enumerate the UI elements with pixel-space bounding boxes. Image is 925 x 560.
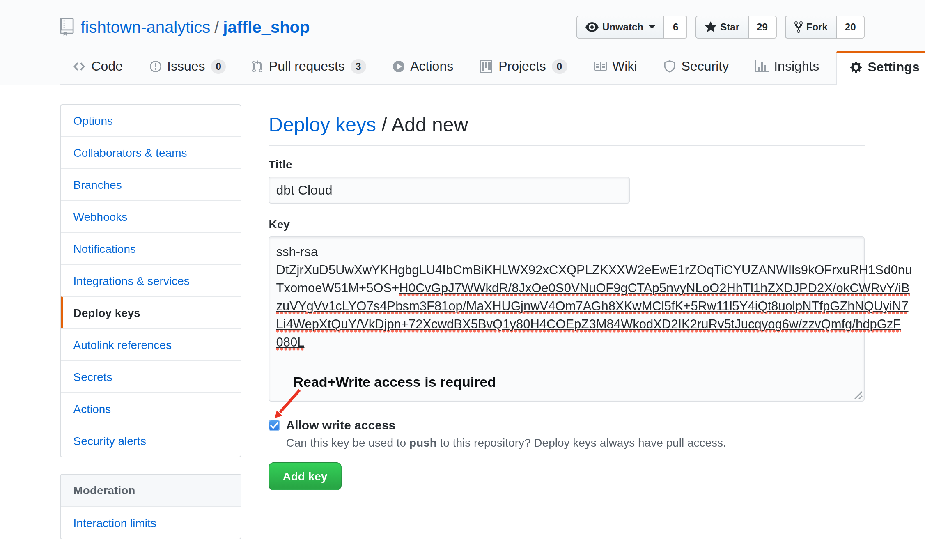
sidebar-item-branches[interactable]: Branches <box>61 168 241 200</box>
forks-count[interactable]: 20 <box>837 16 865 39</box>
repo-social-actions: Unwatch 6 Star 29 <box>577 16 865 39</box>
sidebar-item-webhooks[interactable]: Webhooks <box>61 200 241 232</box>
settings-menu: Options Collaborators & teams Branches W… <box>60 104 242 457</box>
page-title: Deploy keys / Add new <box>269 112 865 146</box>
tab-settings[interactable]: Settings <box>835 51 925 85</box>
sidebar-item-notifications[interactable]: Notifications <box>61 232 241 264</box>
tab-pull-requests[interactable]: Pull requests 3 <box>239 51 379 84</box>
tab-issues[interactable]: Issues 0 <box>136 51 239 84</box>
code-icon <box>73 60 86 73</box>
fork-button-group: Fork 20 <box>785 16 865 39</box>
sidebar-item-secrets[interactable]: Secrets <box>61 360 241 392</box>
tab-insights[interactable]: Insights <box>742 51 832 84</box>
shield-icon <box>663 60 676 73</box>
stargazers-count[interactable]: 29 <box>748 16 777 39</box>
issue-opened-icon <box>149 60 161 73</box>
tab-security[interactable]: Security <box>650 51 742 84</box>
repo-icon <box>60 18 74 36</box>
annotation-text: Read+Write access is required <box>294 374 496 391</box>
moderation-menu: Moderation Interaction limits <box>60 474 242 539</box>
deploy-keys-breadcrumb-link[interactable]: Deploy keys <box>269 113 376 135</box>
wiki-icon <box>593 60 606 73</box>
star-button[interactable]: Star <box>695 16 748 39</box>
key-line: Li4WepXtQuY/VkDjpn+72XcwdBX5BvQ1y80H4COE… <box>276 315 858 333</box>
fork-label: Fork <box>806 21 828 34</box>
key-line: DtZjrXuD5UwXwYKHgbgLU4IbCmBiKHLWX92xCXQP… <box>276 261 858 279</box>
settings-sidebar: Options Collaborators & teams Branches W… <box>60 104 242 539</box>
title-label: Title <box>269 158 865 171</box>
resize-grip[interactable] <box>854 391 863 400</box>
tab-insights-label: Insights <box>774 59 819 74</box>
tab-pull-requests-label: Pull requests <box>269 59 345 74</box>
tab-issues-label: Issues <box>167 59 205 74</box>
unwatch-button[interactable]: Unwatch <box>577 16 665 39</box>
breadcrumb-separator: / <box>376 113 391 135</box>
key-line: 080L <box>276 333 858 351</box>
watchers-count[interactable]: 6 <box>665 16 687 39</box>
sidebar-item-integrations-services[interactable]: Integrations & services <box>61 264 241 296</box>
breadcrumb-current: Add new <box>391 113 468 135</box>
page-header: fishtown-analytics / jaffle_shop Unwatch <box>0 0 925 85</box>
projects-counter: 0 <box>552 59 567 74</box>
sidebar-item-security-alerts[interactable]: Security alerts <box>61 425 241 457</box>
sidebar-item-interaction-limits[interactable]: Interaction limits <box>61 507 241 539</box>
pull-request-icon <box>252 60 263 73</box>
sidebar-item-deploy-keys[interactable]: Deploy keys <box>61 296 241 328</box>
issues-counter: 0 <box>211 59 226 74</box>
tab-actions[interactable]: Actions <box>379 51 466 84</box>
tab-security-label: Security <box>682 59 729 74</box>
moderation-header: Moderation <box>61 475 241 507</box>
key-line: TxomoeW51M+5OS+H0CvGpJ7WWkdR/8JxOe0S0VNu… <box>276 279 858 297</box>
sidebar-item-autolink-references[interactable]: Autolink references <box>61 328 241 360</box>
tab-actions-label: Actions <box>410 59 453 74</box>
play-icon <box>392 60 404 73</box>
eye-icon <box>586 21 599 34</box>
watch-button-group: Unwatch 6 <box>577 16 687 39</box>
repo-name-link[interactable]: jaffle_shop <box>223 18 310 37</box>
graph-icon <box>755 60 768 73</box>
fork-button[interactable]: Fork <box>785 16 837 39</box>
repo-separator: / <box>210 18 223 37</box>
tab-settings-label: Settings <box>868 60 919 75</box>
project-icon <box>480 60 493 73</box>
tab-code[interactable]: Code <box>60 51 136 84</box>
sidebar-item-collaborators-teams[interactable]: Collaborators & teams <box>61 136 241 168</box>
allow-write-label: Allow write access <box>286 417 726 434</box>
gear-icon <box>849 61 862 74</box>
deploy-keys-main: Deploy keys / Add new Title Key ssh-rsa … <box>269 104 865 539</box>
tab-wiki[interactable]: Wiki <box>580 51 650 84</box>
sidebar-item-options[interactable]: Options <box>61 105 241 136</box>
repo-breadcrumb: fishtown-analytics / jaffle_shop <box>60 18 310 37</box>
sidebar-item-actions[interactable]: Actions <box>61 392 241 425</box>
allow-write-help: Can this key be used to push to this rep… <box>286 434 726 451</box>
pull-requests-counter: 3 <box>351 59 366 74</box>
github-settings-page: fishtown-analytics / jaffle_shop Unwatch <box>0 0 925 560</box>
title-input[interactable] <box>269 177 630 204</box>
key-line: zuVYgVv1cLYO7s4Pbsm3F81op/MaXHUGjnwV4Om7… <box>276 297 858 315</box>
key-label: Key <box>269 218 865 231</box>
tab-wiki-label: Wiki <box>612 59 637 74</box>
star-label: Star <box>720 21 739 34</box>
repo-owner-link[interactable]: fishtown-analytics <box>81 18 211 37</box>
fork-icon <box>794 21 803 34</box>
tab-projects[interactable]: Projects 0 <box>466 51 580 84</box>
annotation-arrow-icon <box>269 385 318 425</box>
caret-down-icon <box>649 25 656 29</box>
allow-write-row: Allow write access Can this key be used … <box>269 417 865 451</box>
star-icon <box>705 21 717 34</box>
key-line: ssh-rsa <box>276 243 858 261</box>
add-key-button[interactable]: Add key <box>269 462 342 490</box>
repo-nav: Code Issues 0 Pull requests 3 Actions <box>60 51 865 85</box>
unwatch-label: Unwatch <box>602 21 643 34</box>
tab-code-label: Code <box>92 59 123 74</box>
star-button-group: Star 29 <box>695 16 776 39</box>
tab-projects-label: Projects <box>498 59 546 74</box>
